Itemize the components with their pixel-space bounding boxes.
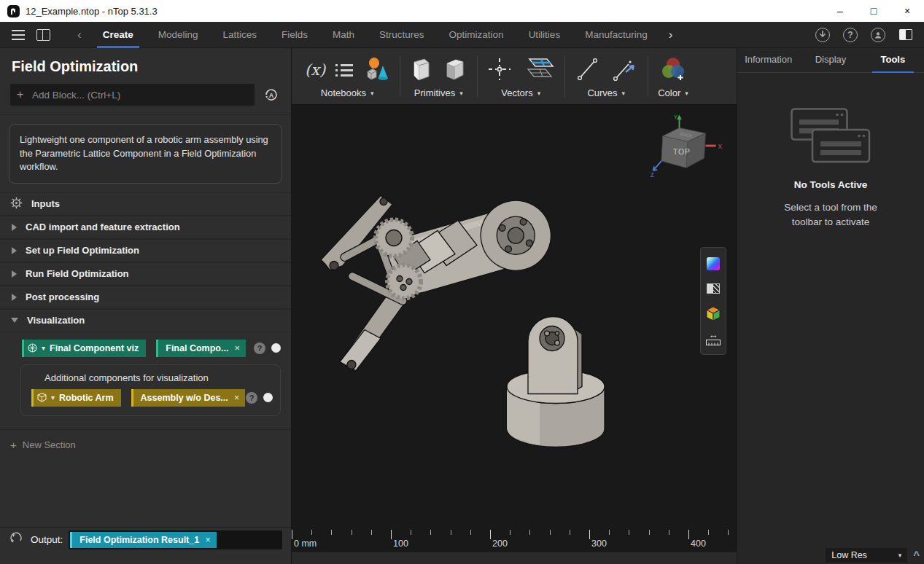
view-cube[interactable]: TOP BACK Y X Z — [648, 111, 723, 181]
final-component-viz-block[interactable]: ▾ Final Component viz — [22, 340, 146, 357]
primitives-dropdown[interactable]: Primitives▾ — [414, 87, 463, 100]
section-inputs[interactable]: Inputs — [0, 192, 291, 216]
chevron-down-icon: ▾ — [51, 393, 55, 402]
tab-structures[interactable]: Structures — [367, 22, 437, 48]
auto-regenerate-icon[interactable]: A — [262, 85, 281, 104]
section-label: Post processing — [26, 291, 99, 302]
vectors-dropdown[interactable]: Vectors▾ — [501, 87, 540, 100]
tools-empty-state: No Tools Active Select a tool from the t… — [737, 73, 924, 548]
vector-arrow-icon[interactable] — [611, 56, 637, 85]
inspector-tabs: Information Display Tools — [737, 48, 924, 73]
account-icon[interactable] — [866, 22, 890, 48]
maximize-button[interactable]: □ — [857, 0, 890, 22]
final-component-viz-row: ▾ Final Component viz Final Compo... × ? — [22, 340, 284, 357]
minimize-button[interactable]: – — [823, 0, 857, 22]
3d-viewport[interactable]: TOP BACK Y X Z — [292, 105, 737, 564]
notebook-description: Lightweight one component of a robotic a… — [9, 124, 282, 184]
tab-fields[interactable]: Fields — [269, 22, 320, 48]
shapes-icon[interactable] — [363, 56, 389, 85]
group-label: Additional components for visualization — [44, 372, 276, 383]
viewport-tools: ↔ — [700, 247, 726, 355]
section-visualization[interactable]: Visualization — [0, 309, 291, 332]
empty-state-title: No Tools Active — [794, 179, 868, 190]
resolution-label: Low Res — [831, 550, 867, 560]
navbar-right-icons: ? — [810, 22, 918, 48]
help-icon[interactable]: ? — [246, 392, 257, 404]
ntop-app-window: 12_Example.ntop - nTop 5.31.3 – □ × ‹ Cr… — [0, 0, 924, 564]
close-icon[interactable]: × — [234, 392, 240, 403]
tab-math[interactable]: Math — [320, 22, 367, 48]
section-label: Inputs — [31, 198, 60, 209]
ntop-logo-icon — [7, 5, 20, 17]
color-wheel-icon[interactable] — [659, 55, 687, 85]
expand-panel-icon[interactable]: ^ — [913, 552, 920, 559]
plane-icon[interactable] — [522, 56, 554, 85]
axis-x-label: X — [718, 143, 722, 150]
measure-icon[interactable]: ↔ — [704, 329, 722, 347]
notebook-panel: Field Optimization + A Lightw — [0, 48, 292, 564]
section-list: Inputs CAD import and feature extraction… — [0, 192, 291, 332]
collapsed-triangle-icon — [12, 294, 17, 301]
line-segment-icon[interactable] — [575, 56, 601, 85]
axis-y-label: Y — [674, 114, 678, 120]
titlebar: 12_Example.ntop - nTop 5.31.3 – □ × — [0, 0, 924, 22]
section-setup-field-optimization[interactable]: Set up Field Optimization — [0, 239, 291, 262]
dropdown-arrow-icon: ▾ — [370, 90, 374, 97]
notebook-list-icon[interactable] — [335, 64, 353, 77]
section-post-processing[interactable]: Post processing — [0, 286, 291, 309]
tab-utilities[interactable]: Utilities — [516, 22, 573, 48]
no-tools-icon — [791, 108, 871, 163]
color-dropdown[interactable]: Color▾ — [658, 87, 688, 100]
download-icon[interactable] — [810, 22, 835, 48]
viewport-ruler: 0 mm 100 200 300 400 — [292, 530, 737, 552]
section-run-field-optimization[interactable]: Run Field Optimization — [0, 262, 291, 286]
toolbar-group-vectors: Vectors▾ — [477, 48, 564, 104]
function-x-icon[interactable]: (x) — [305, 61, 325, 79]
orientation-cube-icon[interactable] — [704, 305, 722, 322]
tabs-forward-chevron-icon[interactable]: › — [660, 28, 682, 42]
dropdown-arrow-icon: ▾ — [898, 552, 902, 559]
right-panel-toggle-icon[interactable] — [893, 22, 918, 48]
help-icon[interactable]: ? — [838, 22, 863, 48]
help-icon[interactable]: ? — [254, 342, 265, 354]
assembly-chip[interactable]: Assembly w/o Des... × — [131, 389, 246, 407]
robotic-arm-block[interactable]: ▾ Robotic Arm — [31, 389, 121, 407]
tabs-back-chevron-icon[interactable]: ‹ — [69, 28, 90, 42]
new-section-button[interactable]: + New Section — [0, 429, 291, 460]
visualization-content: ▾ Final Component viz Final Compo... × ?… — [0, 332, 291, 425]
section-cad-import[interactable]: CAD import and feature extraction — [0, 216, 291, 239]
close-button[interactable]: × — [890, 0, 924, 22]
output-result-chip[interactable]: Field Optimization Result_1 × — [70, 532, 217, 548]
tab-information[interactable]: Information — [737, 48, 799, 73]
function-output-icon — [9, 530, 25, 549]
close-icon[interactable]: × — [234, 342, 240, 353]
shaded-box-primitive-icon[interactable] — [443, 56, 467, 85]
sidebar-toggle-icon[interactable] — [31, 22, 55, 48]
tab-display[interactable]: Display — [799, 48, 861, 73]
curves-dropdown[interactable]: Curves▾ — [587, 87, 625, 100]
block-label: Final Component viz — [50, 343, 139, 353]
visibility-toggle[interactable] — [271, 343, 281, 353]
toolbar-group-notebooks: (x) — [295, 48, 400, 104]
tab-modeling[interactable]: Modeling — [146, 22, 211, 48]
add-block-input[interactable] — [10, 84, 255, 106]
svg-text:A: A — [269, 92, 274, 99]
output-field[interactable]: Field Optimization Result_1 × — [69, 530, 282, 549]
section-view-icon[interactable] — [704, 280, 722, 297]
tab-optimization[interactable]: Optimization — [437, 22, 516, 48]
final-component-chip[interactable]: Final Compo... × — [156, 340, 246, 357]
close-icon[interactable]: × — [205, 534, 211, 545]
hamburger-menu-icon[interactable] — [6, 22, 31, 48]
tab-manufacturing[interactable]: Manufacturing — [572, 22, 660, 48]
colormap-icon[interactable] — [704, 255, 722, 273]
visibility-toggle[interactable] — [263, 393, 273, 402]
viz-lattice-icon — [27, 342, 38, 353]
box-primitive-icon[interactable] — [410, 56, 433, 85]
resolution-select[interactable]: Low Res ▾ — [826, 548, 907, 563]
point-crosshair-icon[interactable] — [487, 57, 512, 84]
chip-label: Field Optimization Result_1 — [79, 535, 199, 545]
notebooks-dropdown[interactable]: Notebooks▾ — [321, 87, 374, 100]
tab-lattices[interactable]: Lattices — [211, 22, 270, 48]
tab-create[interactable]: Create — [90, 22, 146, 48]
tab-tools[interactable]: Tools — [862, 48, 924, 73]
